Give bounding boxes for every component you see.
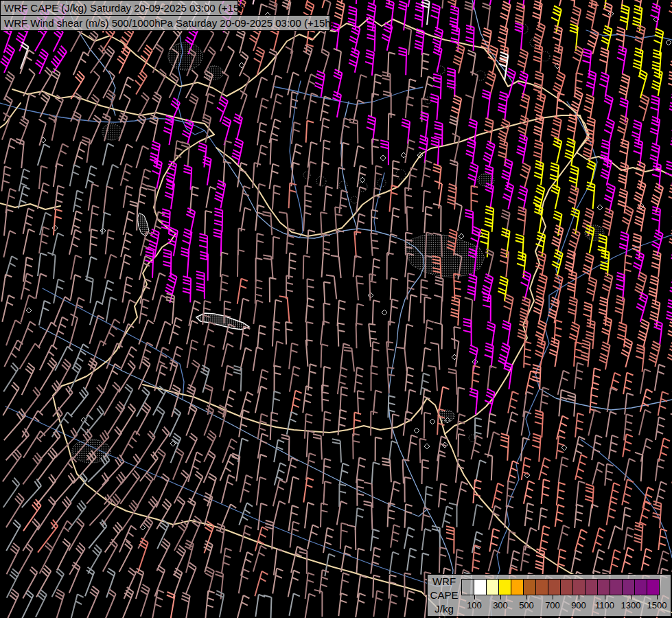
cape-colorbar-cell: [585, 579, 598, 595]
cape-colorbar-cell: [622, 579, 635, 595]
legend-label-wrf: WRF: [432, 575, 456, 588]
cape-tick-label: 300: [487, 600, 514, 610]
cape-colorbar-cell: [610, 579, 623, 595]
cape-tick-label: 100: [461, 600, 488, 610]
cape-tick-label: 500: [513, 600, 540, 610]
legend-label-cape: CAPE: [430, 589, 459, 602]
cape-tick-label: 1100: [591, 600, 618, 610]
cape-tick-label: 1300: [617, 600, 645, 610]
cape-tick-label: 900: [565, 600, 592, 610]
map-title-windshear: WRF Wind shear (m/s) 500/1000hPa Saturda…: [0, 15, 330, 31]
cape-tick: [579, 595, 579, 599]
cape-colorbar-cell: [535, 579, 548, 595]
cape-legend: WRF CAPE J/kg 10030050070090011001300150…: [427, 574, 671, 617]
weather-map-canvas: [0, 0, 672, 618]
cape-tick: [657, 595, 658, 599]
cape-colorbar-cell: [486, 579, 499, 595]
cape-legend-title: WRF CAPE J/kg: [428, 575, 461, 615]
cape-colorbar-cell: [597, 579, 610, 595]
cape-colorbar-cell: [572, 579, 586, 595]
map-title-cape: WRF CAPE (J/kg) Saturday 20-09-2025 03:0…: [0, 0, 238, 16]
cape-colorbar-cell: [634, 579, 647, 595]
cape-colorbar: [461, 579, 660, 595]
cape-tick: [526, 595, 527, 599]
cape-colorbar-cell: [548, 579, 561, 595]
cape-colorbar-cell: [461, 579, 474, 595]
cape-colorbar-cell: [474, 579, 487, 595]
legend-label-unit: J/kg: [435, 603, 454, 615]
cape-colorbar-cell: [647, 579, 660, 595]
cape-colorbar-cell: [560, 579, 573, 595]
cape-colorbar-cell: [523, 579, 536, 595]
cape-colorbar-cell: [511, 579, 524, 595]
weather-map-page: WRF CAPE (J/kg) Saturday 20-09-2025 03:0…: [0, 0, 672, 618]
cape-tick-label: 700: [539, 600, 566, 610]
cape-tick: [500, 595, 501, 599]
cape-tick: [631, 595, 632, 599]
cape-colorbar-cell: [498, 579, 511, 595]
cape-tick: [474, 595, 475, 599]
cape-tick-label: 1500: [643, 600, 671, 610]
cape-tick: [605, 595, 605, 599]
cape-tick: [553, 595, 553, 599]
